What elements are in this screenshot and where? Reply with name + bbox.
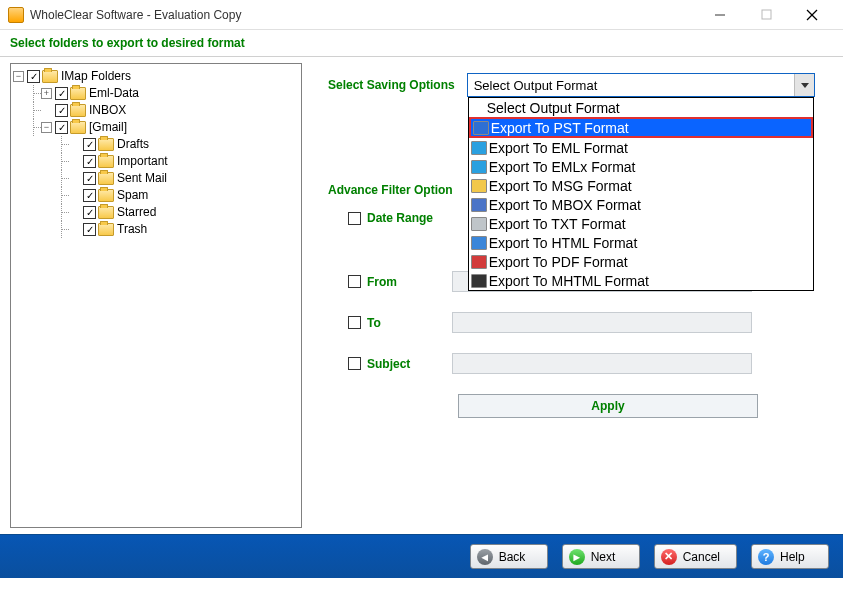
help-icon: ? — [758, 549, 774, 565]
tree-spacer — [69, 207, 80, 218]
dropdown-item[interactable]: Export To MBOX Format — [469, 195, 813, 214]
next-button-label: Next — [591, 550, 616, 564]
dropdown-item-label: Export To EML Format — [489, 140, 628, 156]
tree-node[interactable]: ✓Sent Mail — [55, 170, 299, 187]
checkbox-icon[interactable]: ✓ — [83, 189, 96, 202]
dropdown-item-icon — [471, 217, 487, 231]
folder-icon — [98, 172, 114, 185]
dropdown-item[interactable]: Export To MSG Format — [469, 176, 813, 195]
checkbox-icon[interactable]: ✓ — [83, 172, 96, 185]
select-value: Select Output Format — [474, 78, 598, 93]
main-area: − ✓ IMap Folders + ✓ Eml-Data — [0, 57, 843, 534]
help-button[interactable]: ? Help — [751, 544, 829, 569]
folder-icon — [98, 206, 114, 219]
folder-icon — [98, 223, 114, 236]
checkbox-icon[interactable]: ✓ — [27, 70, 40, 83]
checkbox-icon[interactable]: ✓ — [83, 206, 96, 219]
checkbox-icon[interactable]: ✓ — [83, 155, 96, 168]
output-format-select[interactable]: Select Output Format Select Output Forma… — [467, 73, 815, 97]
dropdown-item[interactable]: Export To HTML Format — [469, 233, 813, 252]
dropdown-item[interactable]: Select Output Format — [469, 98, 813, 117]
checkbox-icon[interactable]: ✓ — [83, 223, 96, 236]
tree-node-label: Important — [117, 153, 168, 170]
folder-icon — [98, 189, 114, 202]
folder-icon — [42, 70, 58, 83]
dropdown-item-icon — [471, 255, 487, 269]
next-button[interactable]: ► Next — [562, 544, 640, 569]
app-icon — [8, 7, 24, 23]
dropdown-item-icon — [471, 274, 487, 288]
dropdown-item-label: Export To EMLx Format — [489, 159, 636, 175]
apply-button[interactable]: Apply — [458, 394, 758, 418]
tree-spacer — [69, 190, 80, 201]
tree-node[interactable]: ✓ INBOX — [27, 102, 299, 119]
dropdown-item[interactable]: Export To PDF Format — [469, 252, 813, 271]
tree-node[interactable]: ✓Spam — [55, 187, 299, 204]
folder-tree-panel[interactable]: − ✓ IMap Folders + ✓ Eml-Data — [10, 63, 302, 528]
tree-node[interactable]: ✓Important — [55, 153, 299, 170]
chevron-down-icon[interactable] — [794, 74, 814, 96]
minimize-button[interactable] — [697, 0, 743, 30]
folder-icon — [98, 155, 114, 168]
collapse-icon[interactable]: − — [13, 71, 24, 82]
tree-branch-icon — [55, 204, 69, 221]
back-button[interactable]: ◄ Back — [470, 544, 548, 569]
dropdown-item-icon — [471, 141, 487, 155]
apply-button-label: Apply — [591, 399, 624, 413]
tree-node[interactable]: ✓Drafts — [55, 136, 299, 153]
dropdown-item-label: Export To PDF Format — [489, 254, 628, 270]
checkbox-icon[interactable]: ✓ — [55, 121, 68, 134]
cancel-button-label: Cancel — [683, 550, 720, 564]
tree-node[interactable]: + ✓ Eml-Data — [27, 85, 299, 102]
dropdown-item[interactable]: Export To TXT Format — [469, 214, 813, 233]
checkbox-icon[interactable]: ✓ — [55, 104, 68, 117]
expand-icon[interactable]: + — [41, 88, 52, 99]
dropdown-item[interactable]: Export To EMLx Format — [469, 157, 813, 176]
tree-node-label: Starred — [117, 204, 156, 221]
checkbox-icon[interactable]: ✓ — [55, 87, 68, 100]
tree-branch-icon — [27, 102, 41, 119]
dropdown-item[interactable]: Export To MHTML Format — [469, 271, 813, 290]
dropdown-item-label: Export To TXT Format — [489, 216, 626, 232]
folder-icon — [70, 104, 86, 117]
tree-node[interactable]: − ✓ [Gmail] — [27, 119, 299, 136]
cancel-button[interactable]: ✕ Cancel — [654, 544, 737, 569]
tree-spacer — [69, 156, 80, 167]
maximize-button[interactable] — [743, 0, 789, 30]
output-format-dropdown[interactable]: Select Output FormatExport To PST Format… — [468, 97, 814, 291]
to-input[interactable] — [452, 312, 752, 333]
checkbox-from[interactable] — [348, 275, 361, 288]
tree-node[interactable]: ✓Starred — [55, 204, 299, 221]
tree-node-label: Drafts — [117, 136, 149, 153]
tree-branch-icon — [27, 85, 41, 102]
checkbox-to[interactable] — [348, 316, 361, 329]
checkbox-subject[interactable] — [348, 357, 361, 370]
collapse-icon[interactable]: − — [41, 122, 52, 133]
dropdown-item-label: Export To MHTML Format — [489, 273, 649, 289]
tree-node-label: Eml-Data — [89, 85, 139, 102]
cancel-icon: ✕ — [661, 549, 677, 565]
dropdown-item[interactable]: Export To EML Format — [469, 138, 813, 157]
checkbox-icon[interactable]: ✓ — [83, 138, 96, 151]
next-arrow-icon: ► — [569, 549, 585, 565]
tree-branch-icon — [55, 221, 69, 238]
checkbox-date-range[interactable] — [348, 212, 361, 225]
svg-rect-1 — [762, 10, 771, 19]
tree-node-label: [Gmail] — [89, 119, 127, 136]
tree-node[interactable]: ✓Trash — [55, 221, 299, 238]
subject-input[interactable] — [452, 353, 752, 374]
page-subheader: Select folders to export to desired form… — [0, 30, 843, 57]
dropdown-item-label: Export To MBOX Format — [489, 197, 641, 213]
dropdown-item-label: Select Output Format — [487, 100, 620, 116]
close-button[interactable] — [789, 0, 835, 30]
date-range-label: Date Range — [367, 211, 452, 225]
dropdown-item-icon — [471, 198, 487, 212]
dropdown-item[interactable]: Export To PST Format — [469, 117, 813, 138]
dropdown-item-icon — [473, 121, 489, 135]
titlebar: WholeClear Software - Evaluation Copy — [0, 0, 843, 30]
tree-root-node[interactable]: − ✓ IMap Folders — [13, 68, 299, 85]
folder-icon — [70, 121, 86, 134]
tree-node-label: Trash — [117, 221, 147, 238]
saving-options-label: Select Saving Options — [328, 78, 455, 92]
tree-branch-icon — [55, 170, 69, 187]
